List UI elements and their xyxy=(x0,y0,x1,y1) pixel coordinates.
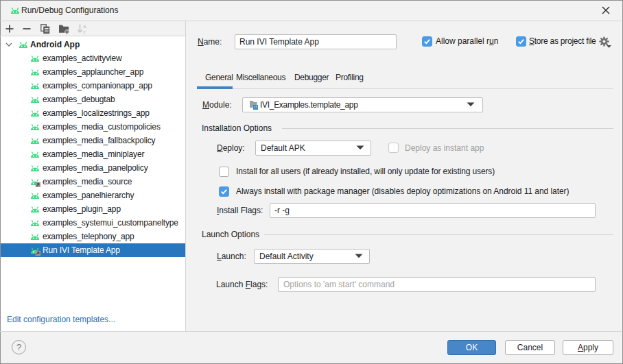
svg-text:z: z xyxy=(83,29,86,34)
